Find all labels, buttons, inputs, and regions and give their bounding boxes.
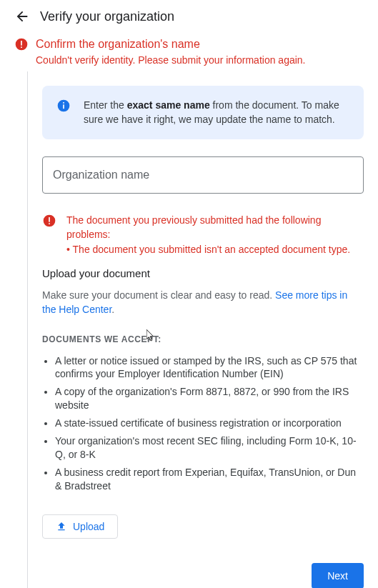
doc-error-line1: The document you previously submitted ha… [66,214,364,241]
info-icon [56,99,71,113]
step1-heading: Confirm the organization's name [36,38,200,51]
organization-name-input[interactable] [42,156,364,194]
list-item: A copy of the organization's Form 8871, … [55,385,364,412]
upload-button[interactable]: Upload [42,514,118,539]
step1-row: Confirm the organization's name [14,37,364,51]
back-arrow-icon[interactable] [14,9,30,24]
read-tip: Make sure your document is clear and eas… [42,288,364,317]
list-item: A business credit report from Experian, … [55,466,364,493]
svg-rect-4 [63,104,64,109]
documents-list: A letter or notice issued or stamped by … [42,354,364,493]
error-icon [42,214,56,228]
list-item: Your organization's most recent SEC fili… [55,434,364,462]
tip-prefix: Make sure your document is clear and eas… [42,289,275,301]
upload-label: Upload your document [42,267,364,279]
svg-rect-7 [49,217,50,222]
info-box: Enter the exact same name from the docum… [42,86,364,139]
svg-rect-5 [63,102,64,104]
svg-rect-8 [49,224,50,225]
error-icon [14,37,29,51]
list-item: A state-issued certificate of business r… [55,417,364,430]
doc-error-line2: • The document you submitted isn't an ac… [66,243,364,257]
info-prefix: Enter the [84,99,127,111]
next-button[interactable]: Next [312,563,364,588]
info-text: Enter the exact same name from the docum… [84,99,349,126]
page-title: Verify your organization [40,9,174,24]
list-item: A letter or notice issued or stamped by … [55,354,364,382]
info-bold: exact same name [127,99,210,111]
upload-button-label: Upload [73,521,104,532]
step1-subtext: Couldn't verify identity. Please submit … [36,54,364,66]
svg-rect-1 [21,41,22,46]
upload-icon [56,521,67,532]
document-error: The document you previously submitted ha… [42,214,364,257]
documents-accept-label: DOCUMENTS WE ACCEPT: [42,334,364,344]
svg-rect-2 [21,46,22,48]
